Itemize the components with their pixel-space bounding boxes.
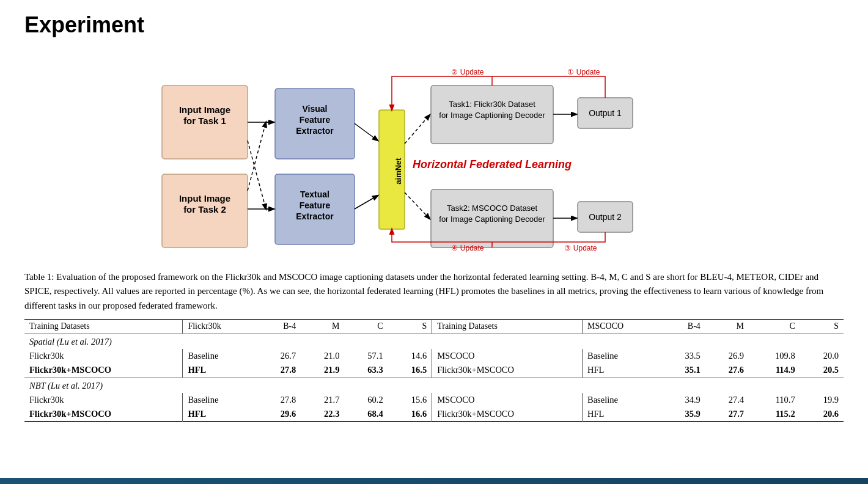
svg-text:Task2: MSCOCO Dataset: Task2: MSCOCO Dataset	[447, 204, 537, 213]
section-row: NBT (Lu et al. 2017)	[24, 377, 844, 393]
table-cell: Baseline	[582, 393, 661, 407]
col-s-left: S	[388, 319, 432, 333]
svg-line-31	[248, 122, 266, 191]
col-s-right: S	[800, 319, 844, 333]
table-header-row: Training Datasets Flickr30k B-4 M C S Tr…	[24, 319, 844, 333]
svg-line-34	[355, 196, 378, 209]
svg-text:Output 2: Output 2	[589, 212, 622, 222]
svg-text:Output 1: Output 1	[589, 108, 622, 118]
page-content: Experiment Input Image for Task 1 Input …	[0, 0, 868, 422]
col-b4-left: B-4	[257, 319, 301, 333]
svg-text:for Image Captioning Decoder: for Image Captioning Decoder	[439, 215, 545, 224]
table-row: Flickr30kBaseline27.821.760.215.6MSCOCOB…	[24, 393, 844, 407]
col-m-right: M	[705, 319, 749, 333]
table-cell: 21.0	[301, 349, 344, 363]
table-cell: 34.9	[662, 393, 705, 407]
table-cell: 27.8	[257, 363, 301, 378]
svg-text:Input Image: Input Image	[179, 105, 230, 115]
table-cell: 33.5	[662, 349, 705, 363]
table-cell: Flickr30k+MSCOCO	[24, 363, 183, 378]
table-cell: Baseline	[582, 349, 661, 363]
svg-line-33	[355, 123, 378, 141]
col-c-left: C	[344, 319, 388, 333]
svg-text:Feature: Feature	[300, 200, 331, 210]
svg-text:aimNet: aimNet	[394, 158, 403, 185]
svg-line-36	[405, 193, 430, 219]
table-cell: Baseline	[183, 349, 257, 363]
table-cell: HFL	[582, 363, 661, 378]
page-title: Experiment	[24, 12, 844, 38]
table-cell: 27.7	[705, 407, 749, 422]
table-cell: MSCOCO	[432, 349, 583, 363]
svg-text:Task1: Flickr30k Dataset: Task1: Flickr30k Dataset	[449, 100, 535, 109]
table-cell: HFL	[183, 363, 257, 378]
svg-line-28	[248, 141, 266, 209]
svg-text:① Update: ① Update	[567, 68, 600, 76]
svg-text:Horizontal Federated Learning: Horizontal Federated Learning	[413, 158, 572, 170]
table-cell: Flickr30k	[24, 349, 183, 363]
table-cell: 27.6	[705, 363, 749, 378]
table-cell: 20.6	[800, 407, 844, 422]
svg-text:Extractor: Extractor	[296, 126, 334, 136]
col-training-datasets-right: Training Datasets	[432, 319, 583, 333]
table-row: Flickr30k+MSCOCOHFL27.821.963.316.5Flick…	[24, 363, 844, 378]
table-cell: 20.0	[800, 349, 844, 363]
data-table: Training Datasets Flickr30k B-4 M C S Tr…	[24, 319, 844, 422]
table-cell: 115.2	[749, 407, 800, 422]
table-cell: 22.3	[301, 407, 344, 422]
diagram-container: Input Image for Task 1 Input Image for T…	[24, 49, 844, 257]
table-cell: 109.8	[749, 349, 800, 363]
table-cell: 27.4	[705, 393, 749, 407]
bottom-bar	[0, 478, 868, 484]
table-cell: 35.1	[662, 363, 705, 378]
section-row: Spatial (Lu et al. 2017)	[24, 333, 844, 349]
table-cell: 27.8	[257, 393, 301, 407]
col-training-datasets: Training Datasets	[24, 319, 183, 333]
table-caption: Table 1: Evaluation of the proposed fram…	[24, 270, 844, 313]
table-cell: 21.9	[301, 363, 344, 378]
table-cell: HFL	[582, 407, 661, 422]
table-cell: 14.6	[388, 349, 432, 363]
table-cell: 21.7	[301, 393, 344, 407]
svg-text:for Task 1: for Task 1	[183, 116, 226, 126]
table-cell: Baseline	[183, 393, 257, 407]
table-row: Flickr30kBaseline26.721.057.114.6MSCOCOB…	[24, 349, 844, 363]
table-cell: 29.6	[257, 407, 301, 422]
svg-text:Extractor: Extractor	[296, 211, 334, 221]
svg-text:Visual: Visual	[303, 104, 328, 114]
table-cell: 26.7	[257, 349, 301, 363]
table-cell: 20.5	[800, 363, 844, 378]
col-m-left: M	[301, 319, 344, 333]
table-cell: Flickr30k+MSCOCO	[24, 407, 183, 422]
table-cell: 68.4	[344, 407, 388, 422]
table-cell: 16.5	[388, 363, 432, 378]
table-cell: 63.3	[344, 363, 388, 378]
col-c-right: C	[749, 319, 800, 333]
table-cell: 110.7	[749, 393, 800, 407]
table-cell: 26.9	[705, 349, 749, 363]
table-cell: 114.9	[749, 363, 800, 378]
table-cell: 16.6	[388, 407, 432, 422]
table-cell: 15.6	[388, 393, 432, 407]
table-cell: 57.1	[344, 349, 388, 363]
table-cell: 35.9	[662, 407, 705, 422]
svg-text:Input Image: Input Image	[179, 193, 230, 204]
table-cell: 19.9	[800, 393, 844, 407]
svg-text:Textual: Textual	[300, 189, 329, 199]
table-cell: Flickr30k+MSCOCO	[432, 363, 583, 378]
svg-text:② Update: ② Update	[451, 68, 484, 76]
diagram-svg: Input Image for Task 1 Input Image for T…	[144, 49, 724, 257]
table-cell: Flickr30k	[24, 393, 183, 407]
table-cell: 60.2	[344, 393, 388, 407]
table-cell: HFL	[183, 407, 257, 422]
svg-text:③ Update: ③ Update	[564, 244, 597, 252]
col-mscoco: MSCOCO	[582, 319, 661, 333]
svg-text:④ Update: ④ Update	[451, 244, 484, 252]
col-flickr30k: Flickr30k	[183, 319, 257, 333]
table-row: Flickr30k+MSCOCOHFL29.622.368.416.6Flick…	[24, 407, 844, 422]
table-cell: Flickr30k+MSCOCO	[432, 407, 583, 422]
svg-text:Feature: Feature	[300, 115, 331, 125]
col-b4-right: B-4	[662, 319, 705, 333]
svg-text:for Task 2: for Task 2	[183, 204, 226, 215]
table-cell: MSCOCO	[432, 393, 583, 407]
